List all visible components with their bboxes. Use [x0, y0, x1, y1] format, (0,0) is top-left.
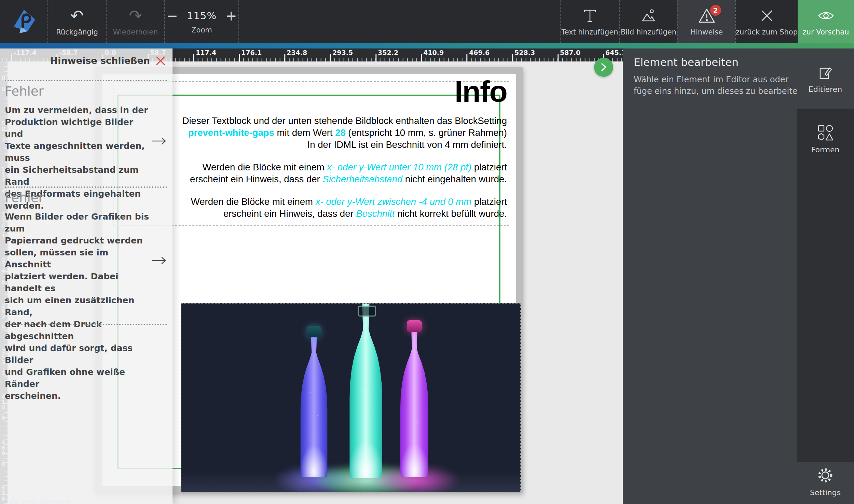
chevron-right-icon — [598, 61, 609, 73]
settings-label: Settings — [810, 488, 841, 497]
cyan-bottle — [346, 303, 386, 478]
text-line: Werden die Blöcke mit einem x- oder y-We… — [174, 196, 507, 208]
hint-section-title: Fehler — [5, 84, 150, 99]
hint-text-line: Produktion wichtige Bilder und — [5, 116, 150, 140]
hint-text-line: Papierrand gedruckt werden — [5, 235, 150, 247]
hint-text-line: sollen, müssen sie im Anschnitt — [5, 247, 150, 270]
zoom-label: Zoom — [191, 26, 212, 34]
add-image-label: Bild hinzufügen — [621, 28, 676, 36]
toolbar-spacer — [238, 0, 560, 43]
zoom-controls: − 115% + Zoom — [164, 0, 238, 43]
page-title: Info — [174, 76, 507, 107]
shapes-icon — [816, 124, 834, 141]
goto-error-arrow-icon[interactable] — [151, 137, 167, 145]
tab-formen-label: Formen — [811, 145, 840, 154]
back-to-shop-button[interactable]: zurück zum Shop — [735, 0, 798, 43]
hint-text-line: sich um einen zusätzlichen Rand, — [5, 294, 150, 318]
close-x-icon — [759, 8, 775, 24]
ruler-label: 528.3 — [514, 49, 535, 56]
hint-text-line: ein Sicherheitsabstand zum Rand — [5, 164, 150, 188]
ruler-label: 352.2 — [378, 49, 398, 56]
panel-tab-rail: Editieren Formen — [797, 48, 854, 462]
bottle-cap — [307, 326, 321, 337]
undo-icon: ↶ — [70, 8, 84, 24]
ruler-label: 234.8 — [287, 49, 307, 56]
collapse-hints-panel-button[interactable] — [594, 58, 613, 77]
hint-text-line: erscheinen. — [5, 390, 150, 402]
text-line: prevent-white-gaps mit dem Wert 28 (ents… — [174, 127, 507, 139]
zoom-value: 115% — [187, 10, 217, 22]
hints-label: Hinweise — [690, 28, 723, 36]
hints-button[interactable]: 2 Hinweise — [677, 0, 735, 43]
hint-text-line: und Grafiken ohne weiße Ränder — [5, 366, 150, 390]
redo-button[interactable]: ↷ Wiederholen — [106, 0, 164, 43]
divider — [5, 324, 167, 325]
hint-text-line: der nach dem Druck abgeschnitten — [5, 318, 150, 342]
image-block-bottles[interactable] — [181, 303, 521, 492]
top-toolbar: ↶ Rückgängig ↷ Wiederholen − 115% + Zoom — [0, 0, 854, 43]
hint-section-title: Fehler — [5, 191, 150, 205]
hint-text-line: Um zu vermeiden, dass in der — [5, 104, 150, 116]
hint-text-line: Wenn Bilder oder Grafiken bis zum — [5, 211, 150, 235]
edit-element-panel: Element bearbeiten Wähle ein Element im … — [623, 48, 854, 504]
eye-icon — [817, 8, 835, 24]
panel-subtitle: Wähle ein Element im Editor aus oder füg… — [634, 74, 805, 97]
tab-editieren[interactable]: Editieren — [797, 48, 854, 109]
text-line: erscheint ein Hinweis, dass der Sicherhe… — [174, 173, 507, 185]
goto-error-arrow-icon[interactable] — [151, 256, 167, 265]
image-icon — [640, 8, 657, 24]
blue-bottle — [298, 331, 330, 477]
zoom-out-button[interactable]: − — [167, 9, 178, 23]
text-line: Dieser Textblock und der unten stehende … — [174, 115, 507, 127]
ruler-label: 469.6 — [469, 49, 490, 56]
text-line: In der IDML ist ein Beschnitt von 4 mm d… — [174, 139, 507, 151]
ruler-label: 645.7 — [605, 49, 623, 56]
ruler-label: 587.0 — [560, 49, 580, 56]
text-line: erscheint ein Hinweis, dass der Beschnit… — [174, 208, 507, 220]
ruler-label: 293.5 — [332, 49, 353, 56]
hints-close-label[interactable]: Hinweise schließen — [50, 55, 150, 66]
back-to-shop-label: zurück zum Shop — [736, 28, 798, 36]
add-text-label: Text hinzufügen — [561, 28, 618, 36]
hints-panel: Hinweise schließen Fehler Um zu vermeide… — [0, 48, 173, 504]
app-logo[interactable] — [0, 0, 47, 43]
gear-icon — [816, 466, 835, 485]
progress-gradient-bar — [0, 43, 854, 48]
settings-button[interactable]: Settings — [797, 466, 854, 497]
tab-editieren-label: Editieren — [809, 85, 842, 94]
hint-text-line: Texte angeschnitten werden, muss — [5, 140, 150, 164]
edit-pencil-icon — [817, 64, 834, 81]
undo-label: Rückgängig — [56, 28, 98, 36]
hint-section: Fehler Wenn Bilder oder Grafiken bis zum… — [5, 191, 150, 402]
text-line: Werden die Blöcke mit einem x- oder y-We… — [174, 161, 507, 173]
printformer-editor: ↶ Rückgängig ↷ Wiederholen − 115% + Zoom — [0, 0, 854, 504]
ruler-label: 117.4 — [196, 49, 216, 56]
printformer-logo-icon — [11, 9, 37, 34]
undo-button[interactable]: ↶ Rückgängig — [47, 0, 106, 43]
zoom-in-button[interactable]: + — [225, 9, 237, 23]
divider — [5, 186, 167, 188]
preview-button[interactable]: zur Vorschau — [798, 0, 854, 43]
text-block[interactable]: Info Dieser Textblock und der unten steh… — [174, 76, 507, 220]
bottle-swing-top — [358, 306, 376, 317]
hint-text-line: wird und dafür sorgt, dass Bilder — [5, 342, 150, 366]
ruler-label: 410.9 — [423, 49, 444, 56]
bottle-cap — [407, 320, 422, 332]
add-image-button[interactable]: Bild hinzufügen — [619, 0, 677, 43]
preview-label: zur Vorschau — [803, 28, 849, 36]
text-icon — [582, 8, 598, 24]
hint-text-line: platziert werden. Dabei handelt es — [5, 270, 150, 294]
close-icon[interactable] — [155, 56, 166, 66]
tab-formen[interactable]: Formen — [797, 109, 854, 169]
divider — [5, 80, 167, 81]
hints-count-badge: 2 — [710, 5, 721, 16]
add-text-button[interactable]: Text hinzufügen — [560, 0, 619, 43]
ruler-label: 176.1 — [241, 49, 262, 56]
panel-title: Element bearbeiten — [634, 56, 739, 68]
purple-bottle — [397, 326, 431, 477]
workspace: -117.4 -58.7 0.0 58.7 117.4 176.1 234.8 … — [0, 48, 854, 504]
redo-icon: ↷ — [129, 8, 142, 24]
redo-label: Wiederholen — [113, 28, 158, 36]
